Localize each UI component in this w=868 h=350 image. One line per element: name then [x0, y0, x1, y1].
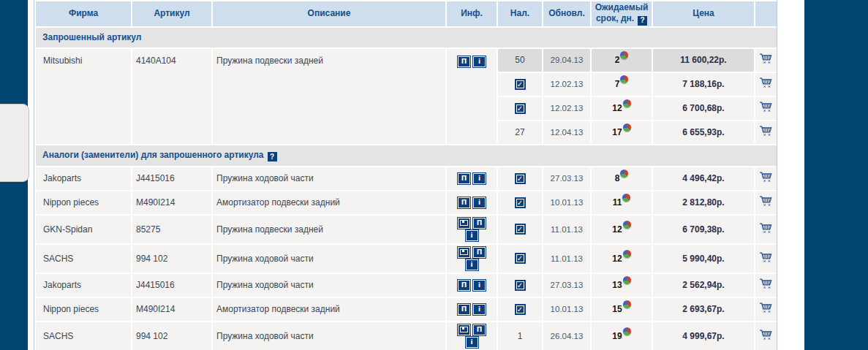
- stats-pie-icon[interactable]: [620, 75, 628, 83]
- term-days-cell: 7: [592, 73, 652, 96]
- offer-row: SACHS994 102Пружина ходовой частиПi✓11.0…: [36, 245, 777, 273]
- description-cell: Пружина подвески задней: [213, 216, 445, 243]
- term-days-value: 12: [612, 103, 622, 113]
- column-header-4: Инф.: [447, 1, 497, 26]
- info-cell: Пi: [447, 322, 497, 350]
- term-days-value: 2: [615, 55, 620, 65]
- photo-icon[interactable]: [457, 246, 471, 259]
- results-table: ФирмаАртикулОписаниеИнф.Нал.Обновл.Ожида…: [34, 0, 778, 350]
- applicability-icon[interactable]: П: [457, 303, 471, 316]
- availability-checkbox[interactable]: ✓: [515, 280, 526, 291]
- applicability-icon[interactable]: П: [457, 279, 471, 292]
- add-to-cart-button[interactable]: [759, 329, 774, 341]
- updated-cell: 29.04.13: [543, 49, 590, 72]
- add-to-cart-button[interactable]: [759, 101, 774, 113]
- applicability-icon[interactable]: П: [457, 172, 471, 185]
- term-days-value: 12: [612, 224, 622, 235]
- info-icon[interactable]: i: [465, 336, 479, 349]
- add-to-cart-button[interactable]: [759, 195, 774, 208]
- price-cell: 6 709,38р.: [653, 216, 754, 243]
- applicability-icon[interactable]: П: [472, 217, 486, 229]
- table-header-row: ФирмаАртикулОписаниеИнф.Нал.Обновл.Ожида…: [36, 1, 777, 26]
- info-icon[interactable]: i: [472, 303, 486, 316]
- add-to-cart-button[interactable]: [759, 53, 774, 65]
- column-header-label: Фирма: [69, 8, 98, 18]
- column-header-label: Нал.: [510, 8, 529, 18]
- column-header-label: Цена: [692, 8, 714, 18]
- availability-checkbox[interactable]: ✓: [515, 173, 526, 184]
- stats-pie-icon[interactable]: [623, 221, 631, 229]
- applicability-icon[interactable]: П: [457, 197, 471, 209]
- applicability-icon[interactable]: П: [457, 56, 471, 68]
- term-days-value: 13: [612, 280, 622, 290]
- firm-cell: Jakoparts: [36, 167, 131, 190]
- availability-checkbox[interactable]: ✓: [515, 103, 526, 114]
- add-to-cart-button[interactable]: [759, 222, 774, 235]
- availability-checkbox[interactable]: ✓: [515, 79, 526, 90]
- firm-cell: GKN-Spidan: [36, 216, 131, 243]
- info-icon[interactable]: i: [465, 229, 479, 242]
- info-cell: Пi: [447, 274, 497, 297]
- info-icon[interactable]: i: [472, 56, 486, 68]
- updated-cell: 12.02.13: [543, 97, 590, 120]
- info-cell: Пi: [447, 49, 497, 144]
- info-icon[interactable]: i: [472, 279, 486, 292]
- firm-cell: SACHS: [36, 245, 131, 273]
- add-to-cart-button[interactable]: [759, 251, 774, 264]
- availability-checkbox[interactable]: ✓: [515, 224, 526, 235]
- stats-pie-icon[interactable]: [623, 99, 631, 107]
- cart-cell: [755, 73, 777, 96]
- price-cell: 5 990,40р.: [653, 245, 754, 273]
- info-icon[interactable]: i: [472, 197, 486, 209]
- column-header-7: Ожидаемый срок, дн.?: [592, 1, 652, 26]
- availability-cell: ✓: [498, 216, 542, 243]
- availability-cell: 50: [498, 49, 542, 72]
- applicability-icon[interactable]: П: [472, 246, 486, 259]
- firm-cell: Mitsubishi: [36, 49, 131, 144]
- availability-cell: ✓: [498, 298, 542, 321]
- availability-cell: ✓: [498, 73, 542, 96]
- stats-pie-icon[interactable]: [623, 276, 631, 284]
- description-cell: Пружина ходовой части: [213, 245, 445, 273]
- help-icon[interactable]: ?: [268, 152, 277, 161]
- stats-pie-icon[interactable]: [623, 123, 631, 132]
- stats-pie-icon[interactable]: [620, 51, 628, 59]
- stats-pie-icon[interactable]: [623, 327, 631, 335]
- section-title: Запрошенный артикул: [36, 28, 777, 47]
- side-panel-handle[interactable]: [0, 104, 29, 182]
- availability-checkbox[interactable]: ✓: [515, 253, 526, 264]
- add-to-cart-button[interactable]: [759, 278, 774, 290]
- availability-cell: ✓: [498, 191, 542, 214]
- stats-pie-icon[interactable]: [620, 170, 628, 178]
- stats-pie-icon[interactable]: [623, 300, 631, 308]
- updated-cell: 10.01.13: [543, 298, 590, 321]
- article-cell: 4140A104: [132, 49, 211, 144]
- article-cell: M490I214: [132, 191, 211, 214]
- term-days-value: 15: [612, 304, 622, 314]
- add-to-cart-button[interactable]: [759, 302, 774, 314]
- info-icon[interactable]: i: [465, 259, 479, 271]
- stats-pie-icon[interactable]: [623, 250, 631, 258]
- add-to-cart-button[interactable]: [759, 171, 774, 183]
- stats-pie-icon[interactable]: [622, 194, 630, 202]
- applicability-icon[interactable]: П: [472, 324, 486, 336]
- description-cell: Пружина ходовой части: [213, 167, 445, 190]
- price-cell: 2 812,80р.: [653, 191, 754, 214]
- availability-checkbox[interactable]: ✓: [515, 304, 526, 315]
- offer-row: Nippon piecesM490I214Амортизатор подвеск…: [36, 298, 777, 321]
- add-to-cart-button[interactable]: [759, 125, 774, 137]
- term-days-cell: 15: [592, 298, 652, 321]
- availability-checkbox[interactable]: ✓: [515, 197, 526, 208]
- price-cell: 6 655,93р.: [653, 121, 754, 144]
- offer-row: Nippon piecesM490I214Амортизатор подвеск…: [36, 191, 777, 214]
- firm-cell: Nippon pieces: [36, 298, 131, 321]
- availability-cell: ✓: [498, 274, 542, 297]
- photo-icon[interactable]: [457, 217, 471, 229]
- availability-cell: ✓: [498, 97, 542, 120]
- add-to-cart-button[interactable]: [759, 77, 774, 89]
- photo-icon[interactable]: [457, 324, 471, 336]
- description-cell: Пружина ходовой части: [213, 322, 445, 350]
- info-icon[interactable]: i: [472, 172, 486, 185]
- help-icon[interactable]: ?: [638, 16, 647, 26]
- availability-cell: 1: [498, 322, 542, 350]
